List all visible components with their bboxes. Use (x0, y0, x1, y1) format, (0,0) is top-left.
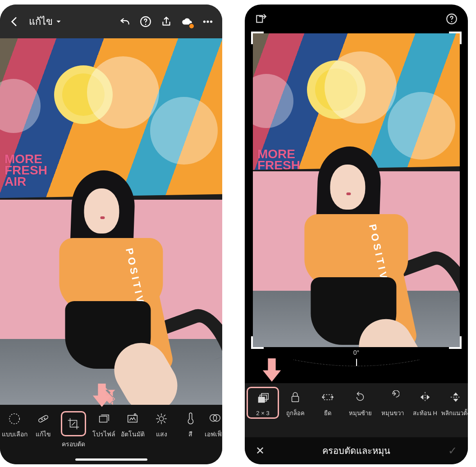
crop-handle-br[interactable] (449, 336, 462, 349)
tool-label: 2 × 3 (256, 410, 269, 417)
crop-icon (61, 411, 86, 436)
angle-value: 0° (353, 349, 359, 356)
aspect-stack-icon (255, 391, 270, 406)
edited-photo: MORE FRESH AIR MORE FRESH AIR POSITIVITY (0, 38, 222, 405)
back-icon[interactable] (8, 15, 21, 28)
stretch-icon (320, 389, 335, 405)
header-title: แก้ไข (29, 14, 53, 29)
tool-label: อัตโนมัติ (121, 429, 145, 439)
share-icon[interactable] (160, 15, 173, 28)
image-canvas[interactable]: MORE FRESH AIR MORE FRESH AIR POSITIVITY (0, 38, 222, 405)
header-title-wrap[interactable]: แก้ไข (29, 14, 110, 29)
tool-color[interactable]: สี (176, 411, 205, 439)
cancel-button[interactable]: ✕ (256, 444, 265, 457)
aspect-icon[interactable] (255, 13, 267, 25)
svg-point-6 (9, 414, 20, 424)
chevron-down-icon (55, 18, 62, 25)
effects-icon (207, 411, 222, 426)
phone-screen-crop: MORE FRESH AIR MORE FRESH AIR POSITIVITY… (245, 5, 468, 464)
tool-label: ถูกล็อค (286, 408, 305, 418)
flip-v-icon (448, 389, 463, 405)
profile-stack-icon (96, 411, 111, 426)
tool-label: หมุนซ้าย (349, 408, 372, 418)
svg-marker-20 (263, 358, 281, 382)
svg-point-3 (206, 20, 209, 23)
crop-canvas[interactable]: MORE FRESH AIR MORE FRESH AIR POSITIVITY (253, 33, 460, 347)
svg-rect-7 (38, 415, 48, 423)
svg-point-2 (203, 20, 206, 23)
callout-arrow (86, 378, 118, 410)
crop-bottom-bar: ✕ ครอบตัดและหมุน ✓ (245, 437, 468, 464)
tool-flip-v[interactable]: พลิกแนวตั้ง (441, 389, 468, 418)
tool-select[interactable]: แบบเลือก (0, 411, 29, 439)
tool-label: สี (188, 429, 192, 439)
crop-handle-tr[interactable] (449, 32, 462, 44)
tool-effect[interactable]: เอฟเฟ็ก (205, 411, 222, 439)
crop-toolbar: 2 × 3 ถูกล็อค ยืด หมุนซ้าย หมุนขวา สะท้อ… (245, 383, 468, 437)
cropped-photo: MORE FRESH AIR MORE FRESH AIR POSITIVITY (253, 33, 460, 347)
brightness-icon (154, 411, 169, 426)
select-circle-icon (7, 411, 22, 426)
tool-label: ครอบตัด (62, 439, 85, 449)
tool-label: ยืด (324, 408, 331, 418)
edit-toolbar: แบบเลือก แก้ไข ครอบตัด โปรไฟล์ อัตโนมัติ… (0, 405, 222, 464)
flip-h-icon (417, 389, 433, 405)
tool-flip-h[interactable]: สะท้อน H (409, 389, 441, 418)
svg-point-1 (145, 23, 146, 25)
svg-point-13 (159, 417, 163, 421)
tool-auto[interactable]: อัตโนมัติ (118, 411, 147, 439)
tool-label: แสง (156, 429, 167, 439)
crop-handle-tl[interactable] (251, 32, 264, 44)
tool-label: เอฟเฟ็ก (205, 429, 222, 439)
panel-title: ครอบตัดและหมุน (322, 444, 390, 458)
tool-label: แบบเลือก (2, 429, 27, 439)
svg-point-18 (451, 21, 453, 23)
svg-point-9 (44, 418, 45, 419)
bandage-icon (36, 411, 51, 426)
rotate-left-icon (352, 389, 368, 405)
tool-locked[interactable]: ถูกล็อค (279, 389, 311, 418)
angle-arc-icon (289, 359, 424, 368)
tool-label: โปรไฟล์ (92, 429, 115, 439)
svg-rect-24 (292, 396, 299, 402)
crop-header (245, 5, 468, 33)
more-icon[interactable] (201, 15, 214, 28)
temperature-icon (183, 411, 198, 426)
svg-point-4 (210, 20, 212, 23)
edit-header: แก้ไข (0, 5, 222, 38)
rotate-right-icon (385, 389, 400, 405)
tool-label: พลิกแนวตั้ง (441, 408, 468, 418)
cloud-warning-icon[interactable] (181, 15, 193, 28)
crop-handle-bl[interactable] (251, 336, 264, 349)
tool-crop[interactable]: ครอบตัด (58, 411, 89, 449)
tool-stretch[interactable]: ยืด (311, 389, 344, 418)
tool-edit[interactable]: แก้ไข (29, 411, 58, 439)
warning-badge (188, 23, 195, 29)
tool-profile[interactable]: โปรไฟล์ (89, 411, 118, 439)
phone-screen-edit: แก้ไข MORE FRESH AIR MORE FRESH AIR (0, 5, 222, 464)
home-indicator[interactable] (75, 458, 147, 461)
confirm-button[interactable]: ✓ (448, 444, 457, 457)
tool-label: แก้ไข (36, 429, 51, 439)
tool-rotate-right[interactable]: หมุนขวา (376, 389, 409, 418)
tool-label: หมุนขวา (381, 408, 404, 418)
svg-point-12 (134, 414, 136, 416)
undo-icon[interactable] (119, 15, 131, 28)
help-icon[interactable] (445, 13, 458, 25)
tool-aspect-ratio[interactable]: 2 × 3 (247, 387, 279, 419)
tool-rotate-left[interactable]: หมุนซ้าย (344, 389, 376, 418)
svg-point-8 (41, 419, 42, 420)
auto-enhance-icon (125, 411, 140, 426)
tool-light[interactable]: แสง (147, 411, 176, 439)
tool-label: สะท้อน H (413, 408, 437, 418)
svg-rect-11 (128, 416, 137, 422)
help-icon[interactable] (139, 15, 152, 28)
callout-arrow (256, 353, 288, 385)
svg-rect-10 (100, 416, 107, 422)
lock-icon (288, 389, 303, 405)
